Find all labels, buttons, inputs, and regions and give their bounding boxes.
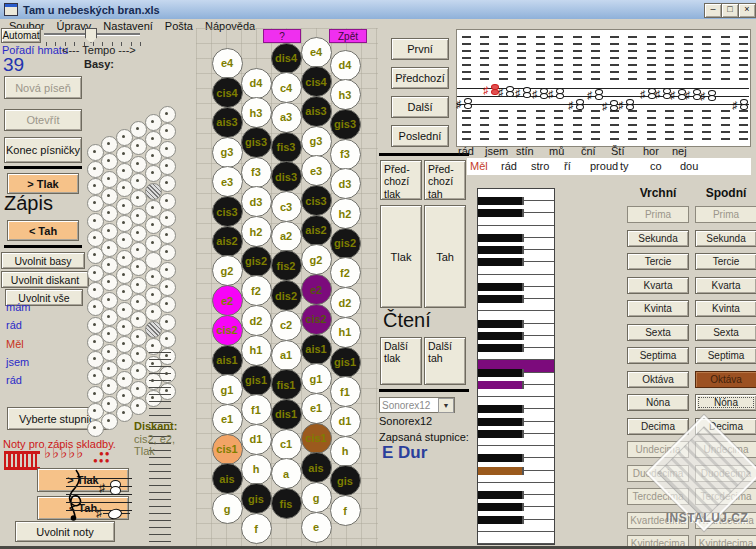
staff-chord[interactable]: ♯ — [456, 98, 474, 116]
diskant-button-c4[interactable]: c4 — [271, 72, 302, 103]
diskant-button-d4[interactable]: d4 — [241, 68, 272, 99]
interval-right-button[interactable]: Sexta — [695, 324, 756, 341]
piano-key-gis2[interactable] — [478, 332, 524, 340]
interval-left-button[interactable]: Kvarta — [627, 277, 689, 294]
bass-button[interactable] — [159, 296, 176, 313]
diskant-button-gis[interactable]: gis — [241, 483, 272, 514]
interval-right-button[interactable]: Sekunda — [695, 230, 756, 247]
piano-key-fis1[interactable] — [478, 430, 524, 438]
bass-button[interactable] — [159, 244, 176, 261]
open-button[interactable]: Otevřít — [4, 109, 82, 131]
bass-button[interactable] — [159, 193, 176, 210]
diskant-button-fis[interactable]: fis — [271, 488, 302, 519]
diskant-button-e1[interactable]: e1 — [301, 393, 332, 424]
chevron-down-icon[interactable]: ▼ — [438, 398, 454, 413]
diskant-button-g1[interactable]: g1 — [301, 363, 332, 394]
release-treble-button[interactable]: Uvolnit diskant — [1, 271, 89, 288]
bass-button[interactable] — [159, 106, 176, 123]
diskant-button-cis4[interactable]: cis4 — [212, 77, 243, 108]
piano-key-fis3[interactable] — [478, 258, 524, 266]
interval-left-button[interactable]: Sekunda — [627, 230, 689, 247]
diskant-button-c2[interactable]: c2 — [271, 310, 302, 341]
piano-key-cis1[interactable] — [478, 467, 524, 475]
interval-left-button[interactable]: Oktáva — [627, 371, 689, 388]
staff-chord[interactable]: ♯ — [732, 99, 750, 117]
staff-chord[interactable]: ♯ — [568, 99, 586, 117]
press-write-button[interactable]: > Tlak — [7, 173, 79, 194]
interval-right-button[interactable]: Kvarta — [695, 277, 756, 294]
diskant-button-e3[interactable]: e3 — [301, 155, 332, 186]
next-pull-button[interactable]: Další tah — [424, 337, 466, 385]
diskant-button-h[interactable]: h — [330, 436, 361, 467]
diskant-button-h3[interactable]: h3 — [241, 97, 272, 128]
staff-chord[interactable]: ♯ — [515, 87, 533, 105]
diskant-button-f3[interactable]: f3 — [330, 139, 361, 170]
bass-button[interactable] — [159, 314, 176, 331]
staff-chord[interactable]: ♯ — [548, 88, 566, 106]
interval-right-button[interactable]: Oktáva — [695, 371, 756, 388]
diskant-button-g1[interactable]: g1 — [212, 374, 243, 405]
diskant-button-cis3[interactable]: cis3 — [212, 196, 243, 227]
press-button[interactable]: Tlak — [380, 205, 422, 308]
diskant-button-h1[interactable]: h1 — [241, 335, 272, 366]
diskant-button-h2[interactable]: h2 — [330, 198, 361, 229]
piano-key-ais[interactable] — [478, 491, 524, 499]
bass-button[interactable] — [159, 279, 176, 296]
piano-key-cis2[interactable] — [478, 381, 524, 389]
menu-item-posta[interactable]: Pošta — [159, 19, 199, 33]
first-button[interactable]: První — [391, 38, 449, 60]
piano-key-dis4[interactable] — [478, 197, 524, 205]
diskant-button-dis3[interactable]: dis3 — [271, 161, 302, 192]
diskant-button-h3[interactable]: h3 — [330, 79, 361, 110]
diskant-button-d2[interactable]: d2 — [241, 305, 272, 336]
piano-key-ais1[interactable] — [478, 405, 524, 413]
interval-right-button[interactable]: Prima — [695, 206, 756, 223]
diskant-button-d2[interactable]: d2 — [330, 287, 361, 318]
next-button[interactable]: Další — [391, 96, 449, 118]
bass-button[interactable] — [159, 158, 176, 175]
interval-left-button[interactable]: Septima — [627, 347, 689, 364]
scale-dropdown[interactable]: Sonorex12 ▼ — [379, 397, 455, 413]
piano-key-ais3[interactable] — [478, 234, 524, 242]
interval-right-button[interactable]: Septima — [695, 347, 756, 364]
diskant-button-ais[interactable]: ais — [212, 463, 243, 494]
tempo-slider-thumb[interactable] — [85, 28, 97, 43]
piano-key-gis[interactable] — [478, 503, 524, 511]
diskant-button-d1[interactable]: d1 — [241, 424, 272, 455]
bass-button[interactable] — [159, 262, 176, 279]
bass-button[interactable] — [159, 331, 176, 348]
interval-left-button[interactable]: Decima — [627, 418, 689, 435]
automat-button[interactable]: Automat — [1, 28, 41, 43]
pull-button[interactable]: Tah — [424, 205, 466, 308]
staff-chord[interactable]: ♯ — [700, 90, 718, 108]
diskant-button-dis1[interactable]: dis1 — [271, 399, 302, 430]
bass-button[interactable] — [159, 210, 176, 227]
piano-key-dis2[interactable] — [478, 369, 524, 377]
back-button[interactable]: Zpět — [329, 29, 367, 43]
piano-key-gis1[interactable] — [478, 418, 524, 426]
piano-key-fis2[interactable] — [478, 344, 524, 352]
pull-write-button[interactable]: < Tah — [7, 220, 79, 241]
diskant-button-d1[interactable]: d1 — [330, 406, 361, 437]
piano-key-cis4[interactable] — [478, 209, 524, 217]
diskant-button-gis1[interactable]: gis1 — [241, 365, 272, 396]
diskant-button-cis2[interactable]: cis2 — [212, 315, 243, 346]
diskant-button-e3[interactable]: e3 — [212, 166, 243, 197]
diskant-button-ais3[interactable]: ais3 — [212, 107, 243, 138]
diskant-button-fis1[interactable]: fis1 — [271, 369, 302, 400]
diskant-button-gis[interactable]: gis — [330, 465, 361, 496]
diskant-button-fis2[interactable]: fis2 — [271, 250, 302, 281]
interval-left-button[interactable]: Nóna — [627, 394, 689, 411]
diskant-button-a2[interactable]: a2 — [271, 221, 302, 252]
piano-key-e[interactable] — [478, 532, 554, 544]
diskant-button-gis3[interactable]: gis3 — [330, 109, 361, 140]
diskant-button-gis1[interactable]: gis1 — [330, 347, 361, 378]
diskant-button-g2[interactable]: g2 — [301, 244, 332, 275]
diskant-button-ais1[interactable]: ais1 — [301, 334, 332, 365]
piano-key-dis3[interactable] — [478, 283, 524, 291]
diskant-button-ais2[interactable]: ais2 — [212, 226, 243, 257]
diskant-button-ais[interactable]: ais — [301, 452, 332, 483]
diskant-button-dis4[interactable]: dis4 — [271, 43, 302, 74]
diskant-button-d4[interactable]: d4 — [330, 50, 361, 81]
diskant-button-c3[interactable]: c3 — [271, 191, 302, 222]
